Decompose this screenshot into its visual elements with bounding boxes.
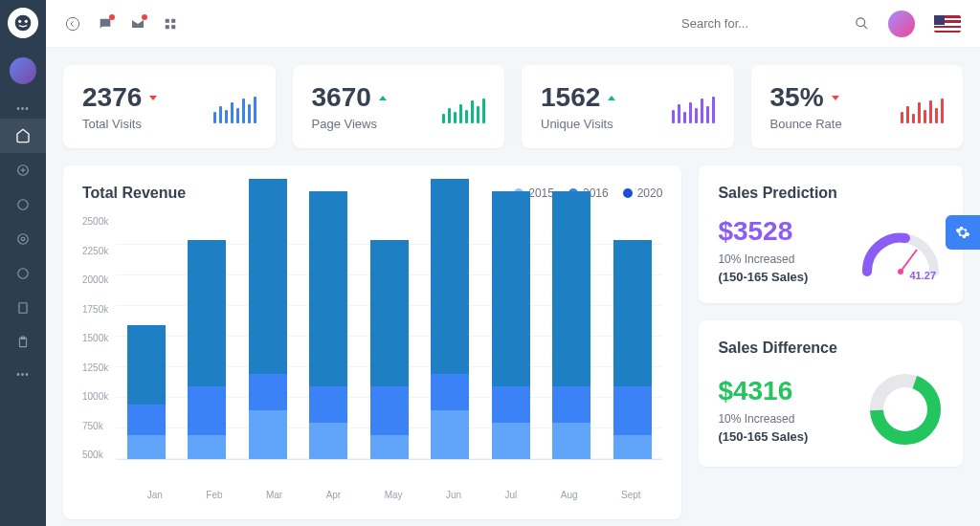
y-tick: 1500k (82, 333, 108, 343)
bar-group (188, 240, 226, 460)
stat-value: 35% (770, 82, 842, 113)
sidebar-avatar[interactable] (10, 57, 36, 84)
prediction-range: (150-165 Sales) (718, 270, 808, 284)
nav-clipboard-icon[interactable] (0, 325, 46, 360)
bar-group (309, 191, 347, 460)
revenue-card: Total Revenue 201520162020 2500k2250k200… (63, 165, 681, 519)
topbar (46, 0, 980, 48)
stat-card: 2376 Total Visits (63, 65, 276, 148)
nav-separator: ••• (16, 369, 30, 380)
stat-value: 1562 (541, 82, 615, 113)
nav-home-icon[interactable] (0, 119, 46, 153)
gauge-value: 41.27 (909, 270, 936, 281)
x-tick: Feb (206, 490, 222, 500)
sparkline-icon (213, 90, 256, 123)
difference-title: Sales Difference (718, 340, 944, 357)
svg-point-4 (18, 200, 29, 210)
stat-value: 3670 (312, 82, 387, 113)
bar-group (249, 179, 287, 459)
x-tick: Apr (326, 490, 342, 500)
prediction-sub: 10% Increased (718, 252, 808, 266)
chat-icon[interactable] (98, 16, 113, 32)
svg-point-2 (25, 20, 28, 23)
bar-group (492, 191, 530, 460)
stat-card: 3670 Page Views (293, 65, 505, 148)
sidebar: ••• ••• (0, 0, 46, 526)
legend-item: 2020 (623, 186, 663, 200)
prediction-card: Sales Prediction $3528 10% Increased (15… (699, 165, 963, 303)
svg-point-1 (18, 20, 21, 23)
svg-point-7 (18, 269, 29, 279)
y-tick: 2000k (82, 274, 108, 285)
prediction-amount: $3528 (718, 216, 808, 247)
difference-sub: 10% Increased (718, 412, 808, 426)
sparkline-icon (901, 90, 944, 123)
bar-group (613, 240, 652, 460)
nav-docs-icon[interactable] (0, 291, 46, 325)
x-tick: Mar (266, 490, 282, 500)
difference-amount: $4316 (718, 376, 808, 406)
nav-item-icon[interactable] (0, 222, 46, 256)
bar-group (552, 191, 590, 460)
revenue-title: Total Revenue (82, 185, 186, 202)
difference-card: Sales Difference $4316 10% Increased (15… (699, 320, 963, 467)
x-tick: May (385, 490, 403, 500)
logo-icon[interactable] (8, 8, 38, 38)
y-tick: 1250k (82, 362, 108, 373)
bar-group (370, 240, 409, 460)
back-icon[interactable] (65, 16, 80, 32)
stat-value: 2376 (82, 82, 157, 113)
nav-item-icon[interactable] (0, 153, 46, 187)
settings-gear-icon[interactable] (946, 215, 980, 250)
svg-rect-15 (171, 25, 175, 29)
nav-separator: ••• (16, 103, 30, 114)
stat-label: Bounce Rate (770, 117, 842, 131)
flag-icon[interactable] (934, 15, 961, 33)
x-tick: Sept (621, 490, 641, 500)
y-tick: 750k (82, 421, 108, 431)
search-icon[interactable] (854, 16, 869, 32)
stat-label: Page Views (312, 117, 387, 131)
grid-icon[interactable] (163, 16, 178, 32)
x-tick: Jan (147, 490, 163, 500)
svg-point-6 (21, 237, 25, 241)
mail-icon[interactable] (130, 16, 145, 32)
svg-point-18 (898, 269, 903, 274)
nav-item-icon[interactable] (0, 256, 46, 291)
search-input[interactable] (681, 16, 815, 31)
y-tick: 2250k (82, 246, 108, 256)
svg-point-16 (856, 18, 864, 27)
y-tick: 500k (82, 449, 108, 460)
svg-rect-12 (166, 18, 169, 22)
svg-rect-8 (19, 303, 27, 314)
stat-card: 35% Bounce Rate (751, 65, 964, 148)
difference-range: (150-165 Sales) (718, 429, 808, 444)
search-box (681, 16, 869, 32)
stat-card: 1562 Unique Visits (522, 65, 734, 148)
y-tick: 1750k (82, 304, 108, 315)
stat-label: Total Visits (82, 117, 157, 131)
svg-point-5 (18, 234, 29, 245)
gauge-chart: 41.27 (858, 219, 944, 281)
svg-line-17 (901, 250, 917, 272)
x-tick: Aug (561, 490, 578, 500)
donut-chart (867, 371, 944, 448)
sparkline-icon (442, 90, 485, 123)
nav-item-icon[interactable] (0, 187, 46, 222)
bar-group (127, 325, 166, 459)
x-tick: Jul (505, 490, 518, 500)
user-avatar[interactable] (888, 11, 915, 37)
svg-point-0 (15, 15, 32, 32)
y-tick: 1000k (82, 391, 108, 402)
svg-point-11 (66, 17, 78, 30)
svg-rect-14 (166, 25, 169, 29)
sparkline-icon (672, 90, 715, 123)
bar-group (431, 179, 469, 459)
prediction-title: Sales Prediction (718, 185, 944, 202)
svg-rect-13 (171, 18, 175, 22)
stat-label: Unique Visits (541, 117, 615, 131)
x-tick: Jun (446, 490, 461, 500)
y-tick: 2500k (82, 216, 108, 227)
